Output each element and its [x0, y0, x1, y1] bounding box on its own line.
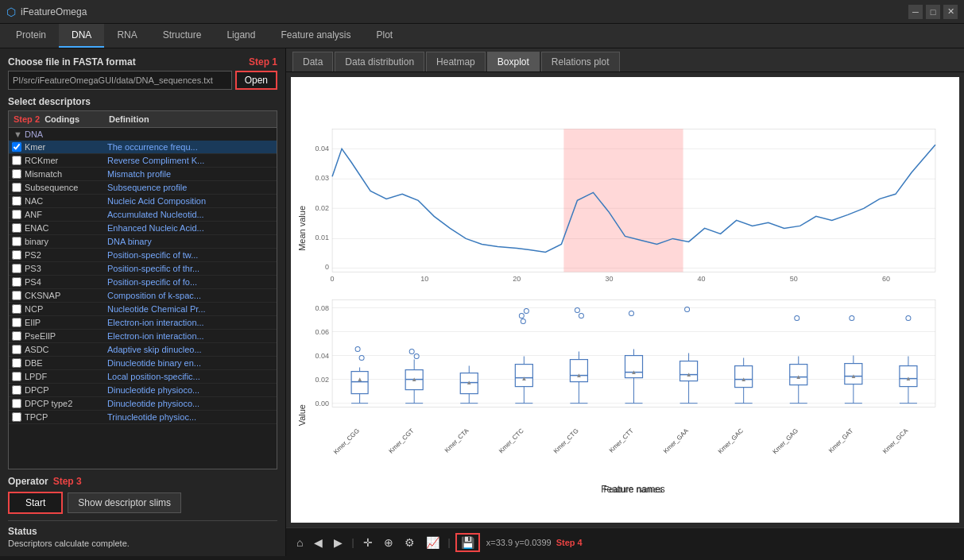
x-tick-0: 0	[331, 275, 335, 283]
enac-checkbox[interactable]	[12, 223, 21, 233]
dpcp-type2-label: DPCP type2	[25, 399, 72, 408]
x-tick-40: 40	[698, 275, 706, 283]
x-tick-30: 30	[605, 275, 613, 283]
pseilp-definition: Electron-ion interaction...	[104, 330, 277, 343]
file-path-input[interactable]	[8, 71, 232, 90]
step4-label: Step 4	[556, 538, 583, 547]
pseilp-checkbox[interactable]	[12, 331, 21, 341]
coordinates-display: x=33.9 y=0.0399	[486, 538, 552, 547]
tab-structure[interactable]: Structure	[150, 24, 215, 48]
list-item: EIlP Electron-ion interaction...	[9, 316, 277, 330]
tab-data[interactable]: Data	[292, 52, 333, 71]
ps2-checkbox[interactable]	[12, 250, 21, 260]
ps3-checkbox[interactable]	[12, 264, 21, 273]
tab-data-distribution[interactable]: Data distribution	[335, 52, 424, 71]
step1-label: Step 1	[249, 56, 277, 68]
bottom-y-axis-label: Value	[297, 404, 307, 426]
zoom-button[interactable]: ⊕	[380, 534, 397, 551]
minimize-button[interactable]: ─	[908, 5, 923, 19]
forward-button[interactable]: ▶	[330, 534, 346, 551]
titlebar: ⬡ iFeatureOmega ─ □ ✕	[0, 0, 964, 24]
list-item: ANF Accumulated Nucleotid...	[9, 208, 277, 222]
settings-button[interactable]: ⚙	[401, 534, 419, 551]
home-button[interactable]: ⌂	[292, 534, 307, 551]
save-button[interactable]: 💾	[455, 533, 480, 552]
file-section: Choose file in FASTA format Step 1 Open	[8, 56, 277, 90]
ps2-label: PS2	[25, 250, 41, 260]
rckmer-checkbox[interactable]	[12, 156, 21, 165]
binary-label: binary	[25, 237, 48, 246]
tab-protein[interactable]: Protein	[3, 24, 59, 48]
ncp-label: NCP	[25, 304, 43, 314]
enac-definition: Enhanced Nucleic Acid...	[104, 222, 277, 235]
eilp-definition: Electron-ion interaction...	[104, 316, 277, 330]
lpdf-checkbox[interactable]	[12, 372, 21, 381]
dpcp-type2-checkbox[interactable]	[12, 399, 21, 408]
descriptor-table-wrapper[interactable]: Step 2 Codings Definition ▼ DNA	[8, 110, 277, 469]
ps4-checkbox[interactable]	[12, 277, 21, 287]
main-tab-bar: Protein DNA RNA Structure Ligand Feature…	[0, 24, 964, 48]
tab-heatmap[interactable]: Heatmap	[426, 52, 486, 71]
list-item: PS4 Position-specific of fo...	[9, 276, 277, 289]
by-tick-006: 0.06	[316, 328, 330, 336]
tab-relations-plot[interactable]: Relations plot	[541, 52, 620, 71]
back-button[interactable]: ◀	[310, 534, 327, 551]
list-item: DPCP type2 Dinucleotide physioco...	[9, 397, 277, 411]
tab-dna[interactable]: DNA	[59, 24, 104, 48]
app-title: iFeatureOmega	[21, 6, 908, 17]
dpcp-checkbox[interactable]	[12, 385, 21, 395]
ps3-definition: Position-specific of thr...	[104, 262, 277, 276]
x-tick-60: 60	[882, 275, 890, 283]
list-item: TPCP Trinucleotide physioc...	[9, 411, 277, 424]
asdc-checkbox[interactable]	[12, 345, 21, 354]
dbe-checkbox[interactable]	[12, 358, 21, 368]
plot-tab-bar: Data Data distribution Heatmap Boxplot R…	[286, 48, 964, 72]
dna-group-row: ▼ DNA	[9, 128, 277, 141]
svg-text:▲: ▲	[686, 371, 692, 378]
list-item: NAC Nucleic Acid Composition	[9, 195, 277, 208]
eilp-checkbox[interactable]	[12, 318, 21, 327]
tab-rna[interactable]: RNA	[104, 24, 149, 48]
rckmer-label: RCKmer	[25, 156, 58, 165]
close-button[interactable]: ✕	[943, 5, 958, 19]
tpcp-label: TPCP	[25, 412, 48, 422]
subsequence-checkbox[interactable]	[12, 183, 21, 192]
tab-feature-analysis[interactable]: Feature analysis	[268, 24, 363, 48]
feature-names-label: Feature names	[601, 484, 665, 495]
open-button[interactable]: Open	[235, 71, 277, 90]
mismatch-checkbox[interactable]	[12, 169, 21, 179]
pan-button[interactable]: ✛	[359, 534, 377, 551]
by-tick-000: 0.00	[316, 400, 330, 407]
descriptor-label: Select descriptors	[8, 96, 91, 107]
list-item: ENAC Enhanced Nucleic Acid...	[9, 222, 277, 235]
ncp-checkbox[interactable]	[12, 304, 21, 314]
mismatch-label: Mismatch	[25, 169, 62, 179]
binary-checkbox[interactable]	[12, 237, 21, 246]
show-slims-button[interactable]: Show descriptor slims	[68, 492, 181, 513]
operator-section: Operator Step 3 Start Show descriptor sl…	[8, 476, 277, 514]
app-icon: ⬡	[6, 6, 16, 18]
svg-text:▲: ▲	[850, 373, 857, 380]
cksnap-checkbox[interactable]	[12, 291, 21, 300]
tpcp-checkbox[interactable]	[12, 412, 21, 422]
tab-plot[interactable]: Plot	[364, 24, 406, 48]
line-button[interactable]: 📈	[422, 534, 443, 551]
codings-col-header: Step 2 Codings	[9, 111, 104, 128]
list-item: PS3 Position-specific of thr...	[9, 262, 277, 276]
maximize-button[interactable]: □	[926, 5, 940, 19]
ps4-label: PS4	[25, 277, 41, 287]
anf-checkbox[interactable]	[12, 210, 21, 219]
asdc-label: ASDC	[25, 345, 49, 354]
tab-ligand[interactable]: Ligand	[214, 24, 268, 48]
ncp-definition: Nucleotide Chemical Pr...	[104, 303, 277, 316]
list-item: PS2 Position-specific of tw...	[9, 249, 277, 262]
kmer-label: Kmer	[25, 142, 45, 152]
dpcp-type2-definition: Dinucleotide physioco...	[104, 397, 277, 411]
nac-checkbox[interactable]	[12, 196, 21, 206]
top-y-axis-label: Mean value	[297, 206, 307, 251]
by-tick-002: 0.02	[316, 376, 330, 384]
start-button[interactable]: Start	[8, 492, 63, 514]
tab-boxplot[interactable]: Boxplot	[487, 52, 540, 71]
kmer-checkbox[interactable]	[12, 142, 21, 152]
binary-definition: DNA binary	[104, 235, 277, 249]
